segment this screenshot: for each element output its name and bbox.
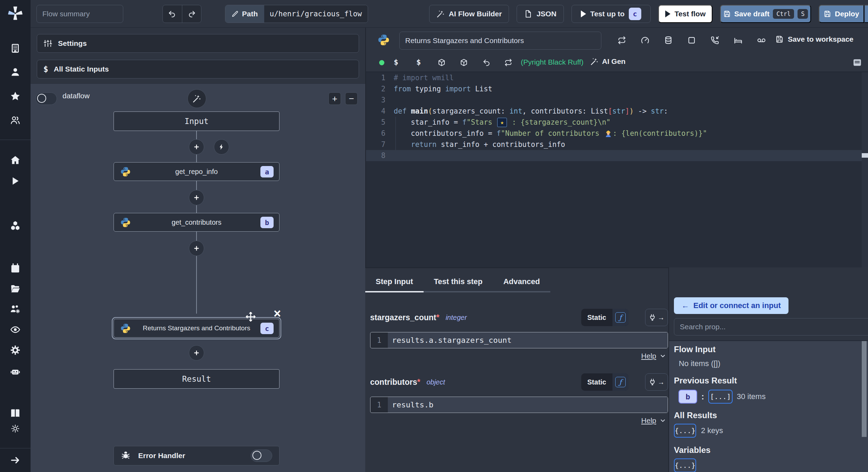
error-handler-toggle[interactable] xyxy=(251,449,272,462)
save-to-workspace-button[interactable]: Save to workspace xyxy=(773,35,856,44)
input-node[interactable]: Input xyxy=(114,111,279,131)
add-step-button[interactable] xyxy=(189,241,204,256)
settings-icon[interactable] xyxy=(10,345,20,355)
schedules-icon[interactable] xyxy=(10,263,20,273)
user-icon[interactable] xyxy=(10,67,20,77)
cache-icon[interactable] xyxy=(664,36,673,45)
static-mode-toggle[interactable]: Static ƒ xyxy=(581,373,628,391)
redo-button[interactable] xyxy=(182,5,201,23)
sleep-icon[interactable] xyxy=(734,36,743,45)
variable-picker-icon[interactable]: $ xyxy=(394,58,398,66)
step-badge[interactable]: b xyxy=(678,390,697,404)
reload-icon[interactable] xyxy=(504,58,512,67)
move-handle-icon[interactable] xyxy=(245,311,256,322)
chevron-down-icon[interactable] xyxy=(660,353,666,359)
delete-step-icon[interactable]: × xyxy=(274,308,281,319)
code-line[interactable]: 6 contributors_info = f"Number of contri… xyxy=(366,128,868,139)
runs-icon[interactable] xyxy=(10,176,20,186)
favorites-icon[interactable] xyxy=(10,91,20,101)
tab-test-this-step[interactable]: Test this step xyxy=(424,272,493,291)
object-chip[interactable]: {...} xyxy=(674,424,696,438)
code-line[interactable]: 2from typing import List xyxy=(366,83,868,94)
zoom-out-button[interactable]: − xyxy=(345,92,358,105)
early-stop-icon[interactable] xyxy=(687,36,696,45)
ai-gen-button[interactable]: AI Gen xyxy=(590,57,626,66)
retries-icon[interactable] xyxy=(617,36,626,45)
deploy-more-button[interactable] xyxy=(865,5,868,23)
result-node[interactable]: Result xyxy=(114,369,279,389)
javascript-mode-segment[interactable]: ƒ xyxy=(612,373,628,391)
add-step-button[interactable] xyxy=(189,190,204,205)
undo-button[interactable] xyxy=(163,5,182,23)
test-up-to-button[interactable]: Test up to c xyxy=(571,5,651,23)
edit-or-connect-button[interactable]: ← Edit or connect an input xyxy=(674,297,788,314)
step-title-input[interactable] xyxy=(399,32,601,50)
ai-wand-button[interactable] xyxy=(187,89,206,108)
code-line[interactable]: 5 star_info = f"Stars ★ : {stargazers_co… xyxy=(366,117,868,128)
javascript-mode-segment[interactable]: ƒ xyxy=(612,309,628,326)
variables-icon[interactable] xyxy=(10,198,20,208)
ai-flow-builder-button[interactable]: AI Flow Builder xyxy=(429,5,509,23)
code-token: "Stars xyxy=(467,118,496,126)
connect-input-button[interactable]: → xyxy=(645,309,668,326)
mock-icon[interactable] xyxy=(757,36,766,45)
gauge-icon[interactable] xyxy=(641,36,650,45)
object-chip[interactable]: {...} xyxy=(674,458,696,472)
search-prop-input[interactable] xyxy=(674,318,868,336)
groups-icon[interactable] xyxy=(10,304,20,314)
flow-canvas[interactable]: dataflow + − Input get_repo_info a get_c… xyxy=(31,83,365,472)
code-editor[interactable]: 1# import wmill2from typing import List3… xyxy=(366,72,868,267)
code-line[interactable]: 7 return star_info + contributors_info xyxy=(366,139,868,150)
library-icon[interactable] xyxy=(852,57,862,68)
panel-scrollbar[interactable] xyxy=(862,341,867,437)
docs-icon[interactable] xyxy=(10,408,20,418)
help-link[interactable]: Help xyxy=(641,416,656,425)
static-mode-toggle[interactable]: Static ƒ xyxy=(581,309,628,326)
code-line[interactable]: 3 xyxy=(366,94,868,106)
add-trigger-button[interactable] xyxy=(214,139,229,155)
flow-summary-input[interactable] xyxy=(36,5,123,23)
suspend-icon[interactable] xyxy=(710,36,719,45)
home-icon[interactable] xyxy=(10,155,20,165)
step-node-a[interactable]: get_repo_info a xyxy=(114,162,279,181)
code-line[interactable]: 8 xyxy=(366,150,868,161)
package-icon[interactable] xyxy=(460,58,468,67)
theme-toggle-icon[interactable] xyxy=(11,424,20,433)
resource-picker-icon[interactable]: $ xyxy=(416,58,421,66)
tab-step-input[interactable]: Step Input xyxy=(365,272,424,292)
test-flow-button[interactable]: Test flow xyxy=(658,5,712,23)
audit-logs-icon[interactable] xyxy=(10,324,20,335)
help-link[interactable]: Help xyxy=(641,352,656,360)
expression-editor[interactable]: 1 results.b xyxy=(370,397,668,413)
save-draft-button[interactable]: Save draft Ctrl S xyxy=(720,5,811,23)
step-node-b[interactable]: get_contributors b xyxy=(114,213,279,232)
expand-sidebar-icon[interactable] xyxy=(10,455,20,465)
folders-icon[interactable] xyxy=(10,283,20,294)
workers-icon[interactable] xyxy=(10,366,20,377)
array-chip[interactable]: [...] xyxy=(708,390,733,404)
deploy-button[interactable]: Deploy xyxy=(819,5,864,23)
json-button[interactable]: JSON xyxy=(517,5,564,23)
add-step-button[interactable] xyxy=(189,345,204,361)
resources-icon[interactable] xyxy=(10,220,20,231)
reset-icon[interactable] xyxy=(483,58,491,67)
all-static-inputs-button[interactable]: $ All Static Inputs xyxy=(37,60,359,78)
code-line[interactable]: 4def main(stargazers_count: int, contrib… xyxy=(366,106,868,117)
add-step-button[interactable] xyxy=(189,139,204,155)
path-field[interactable]: Path u/henri/gracious_flow xyxy=(225,5,368,23)
members-icon[interactable] xyxy=(10,115,20,125)
error-handler-node[interactable]: Error Handler xyxy=(114,446,279,465)
code-line[interactable]: 1# import wmill xyxy=(366,72,868,83)
expression-editor[interactable]: 1 results.a.stargazers_count xyxy=(370,332,668,348)
code-token: def xyxy=(394,107,411,115)
connect-input-button[interactable]: → xyxy=(645,373,668,391)
flow-settings-button[interactable]: Settings xyxy=(37,34,359,53)
editor-scrollbar[interactable] xyxy=(862,72,868,267)
dataflow-toggle[interactable] xyxy=(35,92,57,105)
chevron-down-icon[interactable] xyxy=(660,417,666,424)
zoom-in-button[interactable]: + xyxy=(328,92,341,105)
package-icon[interactable] xyxy=(437,58,446,67)
tab-advanced[interactable]: Advanced xyxy=(493,272,550,291)
workspace-icon[interactable] xyxy=(10,43,20,53)
windmill-logo-icon[interactable] xyxy=(7,5,23,21)
